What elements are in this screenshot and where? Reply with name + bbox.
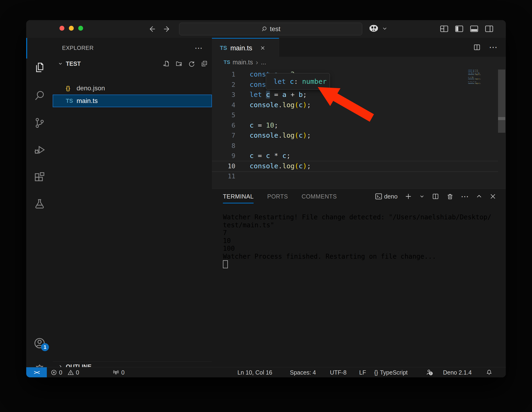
new-file-icon[interactable] [163,60,170,67]
line-number[interactable]: 8 [212,141,235,151]
deno-status[interactable]: Deno 2.1.4 [443,367,472,377]
line-number[interactable]: 9 [212,151,235,161]
split-terminal-icon[interactable] [432,193,439,200]
cursor-position[interactable]: Ln 10, Col 16 [238,367,272,377]
back-arrow-icon[interactable] [148,25,156,33]
zoom-window-button[interactable] [78,26,83,31]
split-editor-icon[interactable] [473,43,481,51]
breadcrumb-symbol[interactable]: ... [261,59,266,66]
minimap-line[interactable]: console.log(c); [468,83,481,84]
terminal-icon [375,192,383,200]
new-folder-icon[interactable] [175,60,182,67]
code-line[interactable] [250,171,311,181]
problems-status[interactable]: 0 0 [51,367,79,377]
code-line[interactable]: console.log(c); [250,100,311,110]
terminal-line[interactable]: Watcher Process finished. Restarting on … [223,253,491,261]
sidebar-item-source-control[interactable] [26,112,53,134]
terminal-output[interactable]: Watcher Restarting! File change detected… [223,213,491,269]
broadcast-icon [112,369,119,376]
line-number[interactable]: 7 [212,130,235,141]
line-number[interactable]: 10 [212,161,235,171]
toggle-primary-sidebar-icon[interactable] [455,25,464,33]
forward-arrow-icon[interactable] [162,25,171,33]
indentation[interactable]: Spaces: 4 [290,367,316,377]
line-number[interactable]: 2 [212,80,235,90]
terminal-line[interactable]: 7 [223,229,491,237]
minimize-window-button[interactable] [69,26,74,31]
sidebar-item-search[interactable] [26,84,53,107]
code-line[interactable]: console.log(c); [250,130,311,141]
tooltip-token-line[interactable]: let c: number [274,77,327,85]
terminal-line[interactable]: test/main.ts" [223,221,491,229]
tab-comments[interactable]: COMMENTS [302,189,337,204]
terminal-line[interactable]: 100 [223,245,491,253]
command-center-search[interactable]: test [179,23,362,35]
customize-layout-icon[interactable] [440,25,449,33]
code-line[interactable]: c = c * c; [250,151,311,161]
line-number[interactable]: 11 [212,171,235,181]
notifications-bell[interactable] [486,367,493,377]
code-editor[interactable]: 1234567891011 const a = 2;const b = 5;le… [212,68,506,189]
tab-terminal[interactable]: TERMINAL [223,189,254,204]
new-terminal-icon[interactable] [405,193,412,200]
beaker-icon [33,198,46,210]
code-line[interactable]: c = 10; [250,120,311,131]
sidebar-item-explorer[interactable] [26,56,53,79]
eol-sequence[interactable]: LF [359,367,366,377]
close-tab-icon[interactable] [260,45,266,51]
close-window-button[interactable] [59,26,64,31]
code-line[interactable] [250,110,311,120]
terminal-line[interactable]: Watcher Restarting! File change detected… [223,213,491,221]
sidebar-item-run-debug[interactable] [26,139,53,161]
file-item-deno.json[interactable]: {}deno.json [53,82,212,94]
editor-scrollbar[interactable] [498,70,505,133]
toggle-panel-icon[interactable] [470,25,479,33]
refresh-icon[interactable] [188,60,195,67]
terminal-instance[interactable]: deno [375,192,398,200]
remote-indicator[interactable]: >< [26,367,47,377]
breadcrumb-file[interactable]: main.ts [233,59,253,66]
line-number[interactable]: 4 [212,100,235,110]
typescript-file-icon: TS [220,45,227,51]
editor-more-actions[interactable]: ⋯ [489,42,497,52]
collapse-folders-icon[interactable] [201,60,208,67]
accounts-button[interactable]: 1 [26,332,53,355]
line-number[interactable]: 1 [212,69,235,80]
encoding[interactable]: UTF-8 [330,367,347,377]
close-panel-icon[interactable] [489,193,496,200]
code-line[interactable] [250,141,311,151]
minimap[interactable]: const a = 2;const b = 5;let c = a + b;co… [468,69,481,85]
code-line[interactable]: let c = a + b; [250,90,311,100]
toggle-secondary-sidebar-icon[interactable] [485,25,494,33]
line-number[interactable]: 3 [212,90,235,100]
minimap-line[interactable]: console.log(c); [468,74,481,75]
copilot-menu[interactable] [368,23,388,34]
sidebar-item-testing[interactable] [26,193,53,215]
panel-more-actions[interactable]: ⋯ [461,192,469,201]
folder-section-label: TEST [66,60,81,67]
account-warning-status[interactable] [426,367,434,377]
search-view-icon [33,90,46,102]
tab-main-ts[interactable]: TS main.ts [212,38,279,57]
chevron-down-icon [382,26,388,32]
terminal-dropdown-icon[interactable] [419,194,425,199]
language-mode[interactable]: {} TypeScript [374,367,408,377]
minimap-line[interactable] [468,84,481,85]
ports-count: 0 [121,369,124,376]
sidebar-more-actions[interactable]: ⋯ [195,47,202,49]
maximize-panel-icon[interactable] [476,193,482,200]
tab-ports[interactable]: PORTS [267,189,288,204]
line-number[interactable]: 6 [212,120,235,131]
tab-label: main.ts [230,44,252,52]
code-line[interactable]: console.log(c); [250,161,311,171]
kill-terminal-icon[interactable] [446,193,454,200]
breadcrumb[interactable]: TS main.ts › ... [212,57,506,68]
terminal-line[interactable]: 10 [223,237,491,245]
file-item-main.ts[interactable]: TSmain.ts [53,94,212,107]
ports-status[interactable]: 0 [112,367,124,377]
line-number[interactable]: 5 [212,110,235,120]
folder-section-test[interactable]: TEST [53,58,212,69]
terminal-cursor-line[interactable] [223,260,491,269]
sidebar-item-extensions[interactable] [26,166,53,188]
minimap-line[interactable]: console.log(c); [468,78,481,80]
